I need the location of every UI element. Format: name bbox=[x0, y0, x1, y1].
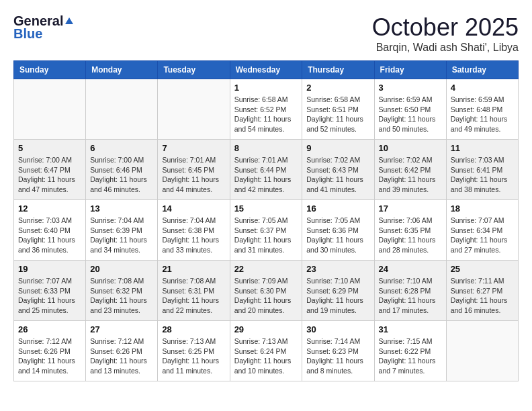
calendar-cell: 11Sunrise: 7:03 AM Sunset: 6:41 PM Dayli… bbox=[446, 140, 518, 200]
day-number: 12 bbox=[18, 203, 81, 214]
day-number: 28 bbox=[162, 324, 225, 334]
calendar-cell: 27Sunrise: 7:12 AM Sunset: 6:26 PM Dayli… bbox=[86, 321, 158, 381]
location: Barqin, Wadi ash Shati', Libya bbox=[372, 42, 519, 54]
col-header-monday: Monday bbox=[86, 61, 158, 79]
calendar-cell: 8Sunrise: 7:01 AM Sunset: 6:44 PM Daylig… bbox=[230, 140, 302, 200]
calendar-week-1: 1Sunrise: 6:58 AM Sunset: 6:52 PM Daylig… bbox=[14, 79, 519, 140]
col-header-tuesday: Tuesday bbox=[158, 61, 230, 79]
day-info: Sunrise: 6:59 AM Sunset: 6:50 PM Dayligh… bbox=[379, 95, 442, 134]
day-info: Sunrise: 7:12 AM Sunset: 6:26 PM Dayligh… bbox=[90, 336, 153, 376]
day-number: 2 bbox=[306, 83, 369, 93]
day-info: Sunrise: 7:05 AM Sunset: 6:36 PM Dayligh… bbox=[306, 216, 369, 255]
day-number: 25 bbox=[451, 264, 514, 274]
day-info: Sunrise: 7:01 AM Sunset: 6:44 PM Dayligh… bbox=[234, 155, 298, 195]
day-info: Sunrise: 7:03 AM Sunset: 6:41 PM Dayligh… bbox=[451, 155, 514, 195]
page-header: General Blue October 2025 Barqin, Wadi a… bbox=[13, 13, 519, 54]
calendar-cell: 29Sunrise: 7:13 AM Sunset: 6:24 PM Dayli… bbox=[230, 321, 302, 381]
calendar-cell: 19Sunrise: 7:07 AM Sunset: 6:33 PM Dayli… bbox=[14, 261, 86, 321]
day-info: Sunrise: 7:07 AM Sunset: 6:33 PM Dayligh… bbox=[18, 276, 81, 316]
day-number: 27 bbox=[90, 324, 153, 334]
calendar-cell: 22Sunrise: 7:09 AM Sunset: 6:30 PM Dayli… bbox=[230, 261, 302, 321]
day-info: Sunrise: 7:12 AM Sunset: 6:26 PM Dayligh… bbox=[18, 336, 81, 376]
day-number: 13 bbox=[90, 203, 153, 214]
calendar-cell: 16Sunrise: 7:05 AM Sunset: 6:36 PM Dayli… bbox=[302, 200, 374, 261]
day-number: 16 bbox=[306, 203, 369, 214]
day-info: Sunrise: 7:06 AM Sunset: 6:35 PM Dayligh… bbox=[379, 216, 442, 255]
day-info: Sunrise: 7:02 AM Sunset: 6:42 PM Dayligh… bbox=[379, 155, 442, 195]
day-number: 29 bbox=[234, 324, 298, 334]
day-info: Sunrise: 6:58 AM Sunset: 6:51 PM Dayligh… bbox=[306, 95, 369, 134]
calendar-cell: 20Sunrise: 7:08 AM Sunset: 6:32 PM Dayli… bbox=[86, 261, 158, 321]
col-header-thursday: Thursday bbox=[302, 61, 374, 79]
calendar-cell: 28Sunrise: 7:13 AM Sunset: 6:25 PM Dayli… bbox=[158, 321, 230, 381]
calendar-cell: 15Sunrise: 7:05 AM Sunset: 6:37 PM Dayli… bbox=[230, 200, 302, 261]
day-info: Sunrise: 6:59 AM Sunset: 6:48 PM Dayligh… bbox=[451, 95, 514, 134]
day-number: 6 bbox=[90, 143, 153, 153]
calendar-cell: 18Sunrise: 7:07 AM Sunset: 6:34 PM Dayli… bbox=[446, 200, 518, 261]
day-info: Sunrise: 7:10 AM Sunset: 6:29 PM Dayligh… bbox=[306, 276, 369, 316]
day-info: Sunrise: 7:10 AM Sunset: 6:28 PM Dayligh… bbox=[379, 276, 442, 316]
day-number: 4 bbox=[451, 83, 514, 93]
title-block: October 2025 Barqin, Wadi ash Shati', Li… bbox=[372, 13, 519, 54]
calendar-cell: 24Sunrise: 7:10 AM Sunset: 6:28 PM Dayli… bbox=[374, 261, 446, 321]
month-title: October 2025 bbox=[372, 13, 519, 42]
day-number: 9 bbox=[306, 143, 369, 153]
day-info: Sunrise: 7:04 AM Sunset: 6:38 PM Dayligh… bbox=[162, 216, 225, 255]
calendar-cell bbox=[158, 79, 230, 140]
day-info: Sunrise: 7:08 AM Sunset: 6:31 PM Dayligh… bbox=[162, 276, 225, 316]
calendar-cell: 6Sunrise: 7:00 AM Sunset: 6:46 PM Daylig… bbox=[86, 140, 158, 200]
calendar-cell: 4Sunrise: 6:59 AM Sunset: 6:48 PM Daylig… bbox=[446, 79, 518, 140]
day-info: Sunrise: 7:00 AM Sunset: 6:46 PM Dayligh… bbox=[90, 155, 153, 195]
col-header-wednesday: Wednesday bbox=[230, 61, 302, 79]
calendar-cell: 3Sunrise: 6:59 AM Sunset: 6:50 PM Daylig… bbox=[374, 79, 446, 140]
day-number: 30 bbox=[306, 324, 369, 334]
calendar-cell bbox=[14, 79, 86, 140]
calendar-week-2: 5Sunrise: 7:00 AM Sunset: 6:47 PM Daylig… bbox=[14, 140, 519, 200]
col-header-saturday: Saturday bbox=[446, 61, 518, 79]
calendar-cell: 30Sunrise: 7:14 AM Sunset: 6:23 PM Dayli… bbox=[302, 321, 374, 381]
day-info: Sunrise: 7:11 AM Sunset: 6:27 PM Dayligh… bbox=[451, 276, 514, 316]
calendar-cell: 2Sunrise: 6:58 AM Sunset: 6:51 PM Daylig… bbox=[302, 79, 374, 140]
day-number: 20 bbox=[90, 264, 153, 274]
calendar-cell: 5Sunrise: 7:00 AM Sunset: 6:47 PM Daylig… bbox=[14, 140, 86, 200]
calendar-cell: 31Sunrise: 7:15 AM Sunset: 6:22 PM Dayli… bbox=[374, 321, 446, 381]
svg-marker-0 bbox=[65, 17, 73, 24]
day-number: 7 bbox=[162, 143, 225, 153]
day-info: Sunrise: 7:09 AM Sunset: 6:30 PM Dayligh… bbox=[234, 276, 298, 316]
day-number: 19 bbox=[18, 264, 81, 274]
calendar: SundayMondayTuesdayWednesdayThursdayFrid… bbox=[13, 60, 519, 381]
calendar-cell: 21Sunrise: 7:08 AM Sunset: 6:31 PM Dayli… bbox=[158, 261, 230, 321]
day-number: 26 bbox=[18, 324, 81, 334]
calendar-cell: 25Sunrise: 7:11 AM Sunset: 6:27 PM Dayli… bbox=[446, 261, 518, 321]
day-number: 3 bbox=[379, 83, 442, 93]
day-info: Sunrise: 7:05 AM Sunset: 6:37 PM Dayligh… bbox=[234, 216, 298, 255]
calendar-cell: 10Sunrise: 7:02 AM Sunset: 6:42 PM Dayli… bbox=[374, 140, 446, 200]
day-number: 14 bbox=[162, 203, 225, 214]
col-header-friday: Friday bbox=[374, 61, 446, 79]
day-number: 8 bbox=[234, 143, 298, 153]
calendar-cell: 9Sunrise: 7:02 AM Sunset: 6:43 PM Daylig… bbox=[302, 140, 374, 200]
day-number: 21 bbox=[162, 264, 225, 274]
calendar-week-3: 12Sunrise: 7:03 AM Sunset: 6:40 PM Dayli… bbox=[14, 200, 519, 261]
calendar-week-4: 19Sunrise: 7:07 AM Sunset: 6:33 PM Dayli… bbox=[14, 261, 519, 321]
day-info: Sunrise: 7:02 AM Sunset: 6:43 PM Dayligh… bbox=[306, 155, 369, 195]
calendar-cell: 1Sunrise: 6:58 AM Sunset: 6:52 PM Daylig… bbox=[230, 79, 302, 140]
day-number: 17 bbox=[379, 203, 442, 214]
day-number: 5 bbox=[18, 143, 81, 153]
calendar-cell: 12Sunrise: 7:03 AM Sunset: 6:40 PM Dayli… bbox=[14, 200, 86, 261]
logo: General Blue bbox=[13, 13, 75, 42]
day-number: 24 bbox=[379, 264, 442, 274]
day-number: 1 bbox=[234, 83, 298, 93]
day-info: Sunrise: 6:58 AM Sunset: 6:52 PM Dayligh… bbox=[234, 95, 298, 134]
day-number: 15 bbox=[234, 203, 298, 214]
calendar-cell: 14Sunrise: 7:04 AM Sunset: 6:38 PM Dayli… bbox=[158, 200, 230, 261]
day-number: 18 bbox=[451, 203, 514, 214]
calendar-cell: 13Sunrise: 7:04 AM Sunset: 6:39 PM Dayli… bbox=[86, 200, 158, 261]
day-number: 22 bbox=[234, 264, 298, 274]
col-header-sunday: Sunday bbox=[14, 61, 86, 79]
logo-blue: Blue bbox=[13, 26, 42, 42]
day-info: Sunrise: 7:03 AM Sunset: 6:40 PM Dayligh… bbox=[18, 216, 81, 255]
calendar-cell: 7Sunrise: 7:01 AM Sunset: 6:45 PM Daylig… bbox=[158, 140, 230, 200]
calendar-week-5: 26Sunrise: 7:12 AM Sunset: 6:26 PM Dayli… bbox=[14, 321, 519, 381]
calendar-cell: 26Sunrise: 7:12 AM Sunset: 6:26 PM Dayli… bbox=[14, 321, 86, 381]
